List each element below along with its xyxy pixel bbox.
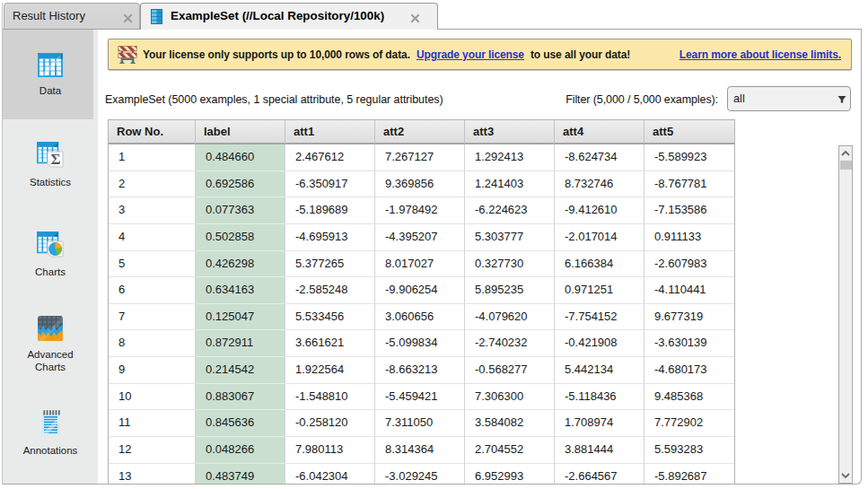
svg-text:Σ: Σ — [50, 151, 60, 168]
